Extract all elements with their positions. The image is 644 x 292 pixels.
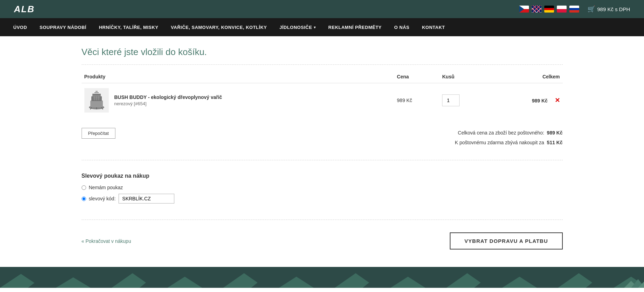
no-coupon-label: Nemám poukaz bbox=[89, 185, 123, 190]
flag-pl-icon[interactable] bbox=[557, 6, 567, 13]
cart-table: Produkty Cena Kusů Celkem bbox=[82, 70, 563, 117]
nav-item-soupravy[interactable]: SOUPRAVY NÁDOBÍ bbox=[33, 18, 93, 36]
col-total: Celkem bbox=[490, 70, 562, 83]
col-products: Produkty bbox=[82, 70, 394, 83]
no-coupon-radio[interactable] bbox=[82, 185, 86, 190]
checkout-button[interactable]: VYBRAT DOPRAVU A PLATBU bbox=[450, 232, 562, 249]
nav-item-hrnicsky[interactable]: HRNÍČKY, TALÍŘE, MISKY bbox=[93, 18, 165, 36]
product-variant: nerezový [#654] bbox=[114, 101, 222, 106]
product-price: 989 Kč bbox=[394, 83, 439, 118]
nav-item-varice[interactable]: VAŘIČE, SAMOVARY, KONVICE, KOTLÍKY bbox=[165, 18, 273, 36]
flag-cz-icon[interactable] bbox=[519, 6, 529, 13]
nav-item-kontakt[interactable]: KONTAKT bbox=[416, 18, 451, 36]
mountain-decoration bbox=[0, 267, 644, 288]
divider-bottom bbox=[82, 220, 563, 220]
col-price: Cena bbox=[394, 70, 439, 83]
flag-ru-icon[interactable] bbox=[569, 6, 579, 13]
nav-item-uvod[interactable]: ÚVOD bbox=[7, 18, 33, 36]
product-total: 989 Kč bbox=[532, 98, 547, 103]
subtotal-value: 989 Kč bbox=[547, 130, 562, 136]
top-right: 🛒 989 Kč s DPH bbox=[519, 5, 630, 13]
cart-icon: 🛒 bbox=[588, 5, 595, 13]
product-cell: BUSH BUDDY - ekologický dřevoplynový vař… bbox=[82, 83, 394, 118]
top-bar: ALB 🛒 989 Kč s DPH bbox=[0, 0, 644, 18]
free-shipping-row: K poštovnému zdarma zbývá nakoupit za 51… bbox=[455, 138, 563, 147]
quantity-input[interactable] bbox=[442, 94, 460, 106]
free-shipping-value: 511 Kč bbox=[547, 140, 562, 145]
product-stove-icon bbox=[86, 90, 107, 111]
main-navigation: ÚVOD SOUPRAVY NÁDOBÍ HRNÍČKY, TALÍŘE, MI… bbox=[0, 18, 644, 36]
page-title: Věci které jste vložili do košíku. bbox=[82, 47, 563, 57]
svg-rect-1 bbox=[90, 100, 103, 107]
table-row: BUSH BUDDY - ekologický dřevoplynový vař… bbox=[82, 83, 563, 118]
coupon-code-row: slevový kód: bbox=[82, 194, 563, 203]
continue-shopping-link[interactable]: « Pokračovat v nákupu bbox=[82, 238, 131, 244]
product-image bbox=[84, 88, 109, 113]
flag-uk-icon[interactable] bbox=[532, 6, 541, 13]
cart-amount: 989 Kč s DPH bbox=[597, 6, 630, 12]
coupon-code-input[interactable] bbox=[119, 194, 174, 203]
subtotal-row: Celková cena za zboží bez poštovného: 98… bbox=[455, 128, 563, 138]
totals-block: Celková cena za zboží bez poštovného: 98… bbox=[455, 128, 563, 147]
free-shipping-label: K poštovnému zdarma zbývá nakoupit za bbox=[455, 140, 544, 145]
flag-de-icon[interactable] bbox=[544, 6, 554, 13]
divider-top bbox=[82, 64, 563, 65]
cart-summary[interactable]: 🛒 989 Kč s DPH bbox=[588, 5, 630, 13]
coupon-title: Slevový poukaz na nákup bbox=[82, 173, 563, 179]
coupon-code-label: slevový kód: bbox=[89, 196, 116, 201]
footer-decoration bbox=[0, 267, 644, 288]
nav-item-onas[interactable]: O NÁS bbox=[388, 18, 416, 36]
chevron-down-icon: ▾ bbox=[314, 25, 316, 29]
has-coupon-radio[interactable] bbox=[82, 197, 86, 201]
coupon-section: Slevový poukaz na nákup Nemám poukaz sle… bbox=[82, 166, 563, 214]
main-content: Věci které jste vložili do košíku. Produ… bbox=[68, 36, 577, 267]
recalculate-button[interactable]: Přepočítat bbox=[82, 128, 115, 139]
subtotal-label: Celková cena za zboží bez poštovného: bbox=[458, 130, 544, 136]
remove-item-button[interactable]: ✕ bbox=[555, 97, 560, 104]
footer-actions: « Pokračovat v nákupu VYBRAT DOPRAVU A P… bbox=[82, 225, 563, 256]
cart-bottom: Přepočítat Celková cena za zboží bez poš… bbox=[82, 124, 563, 154]
nav-item-reklamni[interactable]: REKLAMNÍ PŘEDMĚTY bbox=[322, 18, 388, 36]
no-coupon-row: Nemám poukaz bbox=[82, 185, 563, 190]
logo: ALB bbox=[14, 4, 35, 15]
product-name: BUSH BUDDY - ekologický dřevoplynový vař… bbox=[114, 94, 222, 100]
col-quantity: Kusů bbox=[439, 70, 490, 83]
divider-middle bbox=[82, 160, 563, 160]
product-quantity-cell bbox=[439, 83, 490, 118]
product-info: BUSH BUDDY - ekologický dřevoplynový vař… bbox=[114, 94, 222, 106]
nav-item-jidlonosice[interactable]: JÍDLONOSIČE ▾ bbox=[273, 18, 322, 36]
product-total-cell: 989 Kč ✕ bbox=[490, 83, 562, 118]
